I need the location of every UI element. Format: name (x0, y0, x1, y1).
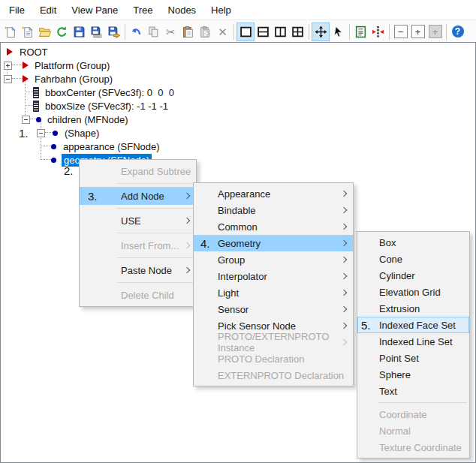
menu-nodes[interactable]: Nodes (161, 1, 204, 20)
menu-tree[interactable]: Tree (125, 1, 160, 20)
step-2-annotation: 2. (64, 164, 74, 177)
menu-item-cylinder[interactable]: Cylinder (357, 267, 469, 284)
menu-item-cone[interactable]: Cone (357, 251, 469, 267)
menu-file[interactable]: File (2, 1, 32, 20)
menu-item-appearance[interactable]: Appearance (194, 185, 353, 202)
refresh-button[interactable] (53, 23, 71, 41)
tree-row-fahrbahn[interactable]: Fahrbahn (Group) (1, 72, 475, 86)
paste-special-button (197, 23, 214, 41)
menu-item-indexed-line-set[interactable]: Indexed Line Set (357, 333, 469, 350)
menu-item-bindable[interactable]: Bindable (194, 202, 353, 218)
geometry-submenu: Box Cone Cylinder Elevation Grid Extrusi… (357, 231, 470, 458)
tree-label[interactable]: children (MFNode) (47, 114, 128, 125)
menu-view-pane[interactable]: View Pane (64, 1, 125, 20)
collapse-minus-icon[interactable] (4, 75, 12, 83)
menu-item-add-node[interactable]: 3. Add Node (80, 187, 196, 205)
undo-button[interactable] (128, 23, 145, 41)
move-icon (315, 26, 327, 38)
tree-row-shape[interactable]: 1. (Shape) (1, 126, 475, 140)
menu-item-light[interactable]: Light (194, 284, 353, 301)
collapse-minus-icon[interactable] (22, 116, 30, 124)
chevron-right-icon (341, 257, 347, 263)
scene-tree-panel: ROOT Plattform (Group) Fahrbahn (Group) … (0, 42, 476, 463)
cut-icon: ✂ (166, 26, 176, 38)
tree-row-plattform[interactable]: Plattform (Group) (1, 59, 475, 72)
menu-item-geometry[interactable]: 4. Geometry (194, 235, 353, 251)
menu-separator (117, 183, 194, 184)
menu-item-proto-externproto-instance: PROTO/EXTERNPROTO Instance (194, 334, 353, 350)
menu-bar: File Edit View Pane Tree Nodes Help (0, 0, 476, 20)
collapse-minus-icon[interactable] (37, 129, 45, 137)
zoom-in-button[interactable]: + (409, 23, 426, 41)
zoom-in-disabled-button: + (426, 23, 444, 41)
menu-separator (117, 282, 194, 283)
chevron-right-icon (341, 323, 347, 329)
toolbar-separator (233, 24, 234, 40)
tree-row-bboxsize[interactable]: bboxSize (SFVec3f): -1 -1 -1 (1, 99, 475, 113)
chevron-right-icon (184, 218, 190, 224)
pane-single-button[interactable] (236, 23, 255, 41)
node-dot-icon (53, 131, 58, 136)
tree-row-bboxcenter[interactable]: bboxCenter (SFVec3f): 0 0 0 (1, 86, 475, 99)
new-template-button[interactable] (19, 23, 36, 41)
paste-button[interactable] (179, 23, 197, 41)
menu-item-externproto-declaration: EXTERNPROTO Declaration (194, 367, 353, 383)
menu-item-indexed-face-set[interactable]: 5. Indexed Face Set (357, 317, 469, 333)
menu-item-use[interactable]: USE (80, 212, 196, 230)
menu-item-elevation-grid[interactable]: Elevation Grid (357, 284, 469, 300)
tree-row-appearance[interactable]: appearance (SFNode) (1, 140, 475, 153)
menu-item-group[interactable]: Group (194, 251, 353, 268)
node-dot-icon (51, 158, 56, 163)
undo-icon (130, 26, 143, 38)
toolbar-separator (349, 24, 350, 40)
chevron-right-icon (341, 306, 347, 312)
help-button[interactable]: ? (449, 23, 466, 41)
menu-item-interpolator[interactable]: Interpolator (194, 268, 353, 284)
menu-item-point-set[interactable]: Point Set (357, 350, 469, 366)
tree-row-children[interactable]: children (MFNode) (1, 113, 475, 126)
menu-item-common[interactable]: Common (194, 218, 353, 235)
menu-item-sensor[interactable]: Sensor (194, 301, 353, 317)
pane-quad-button[interactable] (289, 23, 306, 41)
menu-item-box[interactable]: Box (357, 234, 469, 251)
tree-label[interactable]: Plattform (Group) (35, 60, 110, 71)
pane-hsplit-button[interactable] (255, 23, 272, 41)
cut-button[interactable]: ✂ (162, 23, 179, 41)
tree-label[interactable]: (Shape) (65, 128, 99, 139)
move-tool-button[interactable] (312, 23, 330, 41)
menu-edit[interactable]: Edit (32, 1, 64, 20)
open-button[interactable] (36, 23, 53, 41)
save-button[interactable] (71, 23, 88, 41)
select-tool-button[interactable] (330, 23, 347, 41)
plus-disabled-icon: + (429, 25, 442, 38)
tree-label[interactable]: ROOT (20, 47, 48, 58)
tree-row-root[interactable]: ROOT (1, 45, 475, 59)
save-all-button[interactable] (88, 23, 105, 41)
menu-item-sphere[interactable]: Sphere (357, 366, 469, 383)
chevron-right-icon (184, 242, 190, 248)
menu-item-paste-node[interactable]: Paste Node (80, 261, 196, 279)
copy-button (145, 23, 162, 41)
chevron-right-icon (341, 207, 347, 213)
toolbar: ✂ ✕ − + + ? (0, 20, 476, 43)
menu-separator (117, 233, 194, 233)
tree-label[interactable]: Fahrbahn (Group) (35, 74, 113, 85)
step-1-annotation: 1. (19, 127, 29, 140)
tree-label[interactable]: bboxSize (SFVec3f): -1 -1 -1 (45, 101, 168, 112)
tree-label[interactable]: appearance (SFNode) (63, 141, 160, 152)
group-arrow-icon (7, 48, 13, 56)
step-5-annotation: 5. (361, 319, 371, 332)
export-button[interactable] (105, 23, 122, 41)
tree-label[interactable]: bboxCenter (SFVec3f): 0 0 0 (45, 87, 174, 98)
route-view-button[interactable] (369, 23, 387, 41)
menu-help[interactable]: Help (203, 1, 239, 20)
menu-item-text[interactable]: Text (357, 383, 469, 399)
delete-button[interactable]: ✕ (214, 23, 231, 41)
menu-item-extrusion[interactable]: Extrusion (357, 300, 469, 317)
new-button[interactable] (2, 23, 19, 41)
chevron-right-icon (341, 224, 347, 230)
expand-plus-icon[interactable] (4, 62, 12, 70)
zoom-out-button[interactable]: − (392, 23, 409, 41)
pane-vsplit-button[interactable] (272, 23, 289, 41)
script-view-button[interactable] (352, 23, 369, 41)
